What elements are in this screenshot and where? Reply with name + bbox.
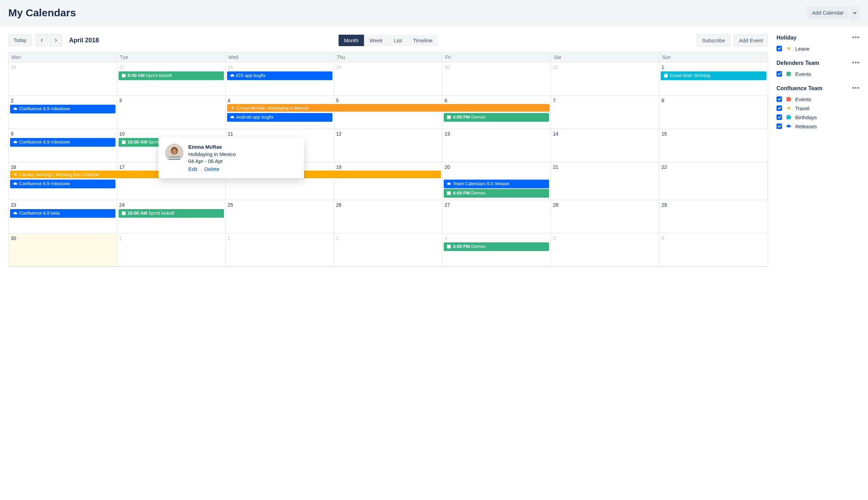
day-number: 26 <box>9 64 117 71</box>
day-cell[interactable]: 4Android app bugfix <box>226 96 334 129</box>
day-header: Mon <box>9 52 117 62</box>
day-cell[interactable]: 3 <box>117 96 226 129</box>
view-switcher: MonthWeekListTimeline <box>338 35 438 46</box>
day-cell[interactable]: 30 <box>442 62 551 96</box>
plane-icon <box>13 172 18 177</box>
calendar-checkbox[interactable] <box>776 123 782 129</box>
day-cell[interactable]: 28iOS app bugfix <box>226 62 334 96</box>
more-icon[interactable]: ••• <box>852 85 860 92</box>
day-number: 6 <box>659 235 768 242</box>
day-cell[interactable]: 5 <box>551 233 659 267</box>
day-cell[interactable]: 19 <box>334 162 443 200</box>
day-cell[interactable]: 20Team Calendars 6.0 release4:00 PM Demo… <box>442 162 551 200</box>
day-number: 25 <box>226 201 334 208</box>
day-cell[interactable]: 31 <box>551 62 659 96</box>
popover-description: Holidaying in Mexico <box>188 151 297 157</box>
prev-button[interactable] <box>36 34 48 46</box>
day-cell[interactable]: 26 <box>334 200 443 233</box>
view-week[interactable]: Week <box>364 35 388 46</box>
cal-icon <box>785 96 792 102</box>
sidebar-section-title: Confluence Team <box>776 85 822 92</box>
day-cell[interactable]: 9Confluence 6.9 milestone <box>9 129 117 162</box>
day-header: Wed <box>226 52 334 62</box>
day-cell[interactable]: 5 <box>334 96 443 129</box>
calendar-event[interactable]: Team Calendars 6.0 release <box>444 180 549 188</box>
more-icon[interactable]: ••• <box>852 59 860 67</box>
day-cell[interactable]: 15 <box>659 129 768 162</box>
day-cell[interactable]: 1Emad Abdi: Birthday <box>659 62 768 96</box>
day-cell[interactable]: 279:00 AM Sprint kickoff <box>117 62 226 96</box>
add-calendar-button[interactable]: Add Calendar <box>807 6 849 19</box>
day-cell[interactable]: 27 <box>442 200 551 233</box>
day-cell[interactable]: 29 <box>659 200 768 233</box>
sidebar-section: Confluence Team•••EventsTravelBirthdaysR… <box>776 85 860 131</box>
day-number: 14 <box>551 130 659 137</box>
popover-delete-link[interactable]: Delete <box>204 166 219 172</box>
day-cell[interactable]: 23Confluence 6.9 beta <box>9 200 117 233</box>
calendar-event[interactable]: Emad Abdi: Birthday <box>661 71 766 80</box>
calendar-checkbox[interactable] <box>776 96 782 102</box>
calendar-event[interactable]: 4:00 PM Demos <box>444 189 549 198</box>
subscribe-button[interactable]: Subscribe <box>697 34 730 46</box>
day-cell[interactable]: 2Confluence 6.9 milestone <box>9 96 117 129</box>
sidebar-item-label: Events <box>795 71 811 77</box>
popover-name: Emma McRae <box>188 144 297 150</box>
calendar-event[interactable]: Android app bugfix <box>227 113 332 122</box>
event-popover: Emma McRae Holidaying in Mexico 04 Apr -… <box>158 138 304 178</box>
view-list[interactable]: List <box>388 35 407 46</box>
day-cell[interactable]: 12 <box>334 129 443 162</box>
day-cell[interactable]: 26 <box>9 62 117 96</box>
calendar-event[interactable]: Confluence 6.9 milestone <box>10 180 115 188</box>
calendar-checkbox[interactable] <box>776 46 782 51</box>
day-cell[interactable]: 2410:00 AM Sprint kickoff <box>117 200 226 233</box>
sidebar-item-label: Releases <box>795 123 817 129</box>
calendar-event[interactable]: 4:00 PM Demos <box>444 113 549 122</box>
calendar-checkbox[interactable] <box>776 105 782 111</box>
day-cell[interactable]: 30 <box>9 233 117 267</box>
day-cell[interactable]: 29 <box>334 62 443 96</box>
calendar-event-span[interactable]: Emma McRae: Holidaying in Mexico <box>227 104 550 112</box>
view-timeline[interactable]: Timeline <box>407 35 438 46</box>
day-cell[interactable]: 13 <box>442 129 551 162</box>
day-cell[interactable]: 6 <box>659 233 768 267</box>
day-cell[interactable]: 28 <box>551 200 659 233</box>
next-button[interactable] <box>50 34 62 46</box>
day-number: 22 <box>659 164 767 171</box>
calendar-event[interactable]: Confluence 6.9 milestone <box>10 138 115 147</box>
view-month[interactable]: Month <box>338 35 364 46</box>
day-cell[interactable]: 7 <box>551 96 659 129</box>
day-cell[interactable]: 8 <box>659 96 768 129</box>
day-cell[interactable]: 25 <box>226 200 334 233</box>
calendar-checkbox[interactable] <box>776 71 782 77</box>
calendar-event[interactable]: 4:00 PM Demos <box>444 242 549 251</box>
sidebar-item-label: Birthdays <box>795 114 817 120</box>
day-cell[interactable]: 14 <box>551 129 659 162</box>
day-cell[interactable]: 1 <box>117 233 226 267</box>
day-cell[interactable]: 16Confluence 6.9 milestone <box>9 162 117 200</box>
cal-icon <box>121 211 126 216</box>
calendar-checkbox[interactable] <box>776 114 782 120</box>
calendar-event[interactable]: Confluence 6.9 milestone <box>10 105 115 113</box>
calendar-event[interactable]: iOS app bugfix <box>227 71 332 80</box>
add-event-button[interactable]: Add Event <box>734 34 768 46</box>
day-cell[interactable]: 44:00 PM Demos <box>442 233 551 267</box>
day-number: 15 <box>659 130 768 137</box>
add-calendar-dropdown[interactable] <box>850 6 860 19</box>
calendar-event[interactable]: 9:00 AM Sprint kickoff <box>119 71 224 80</box>
popover-edit-link[interactable]: Edit <box>188 166 197 172</box>
more-icon[interactable]: ••• <box>852 34 860 41</box>
day-number: 19 <box>334 164 442 171</box>
day-cell[interactable]: 64:00 PM Demos <box>442 96 551 129</box>
day-cell[interactable]: 3 <box>334 233 443 267</box>
week-row: 26279:00 AM Sprint kickoff28iOS app bugf… <box>9 62 768 96</box>
day-cell[interactable]: 22 <box>659 162 768 200</box>
day-cell[interactable]: 21 <box>551 162 659 200</box>
day-cell[interactable]: 2 <box>226 233 334 267</box>
day-number: 28 <box>551 201 659 208</box>
day-number: 27 <box>117 64 225 71</box>
cloud-icon <box>230 115 235 120</box>
calendar-event[interactable]: 10:00 AM Sprint kickoff <box>119 209 224 218</box>
svg-point-11 <box>172 149 177 154</box>
today-button[interactable]: Today <box>8 34 32 46</box>
calendar-event[interactable]: Confluence 6.9 beta <box>10 209 115 218</box>
